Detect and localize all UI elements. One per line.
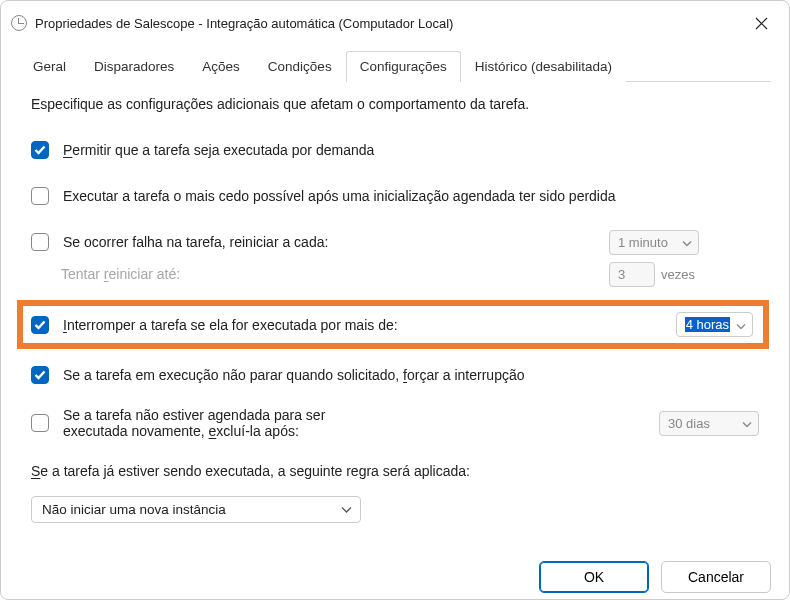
select-stop-duration[interactable]: 4 horas xyxy=(676,312,753,337)
select-already-running-rule[interactable]: Não iniciar uma nova instância xyxy=(31,496,361,523)
cancel-button[interactable]: Cancelar xyxy=(661,561,771,593)
select-delete-after: 30 dias xyxy=(659,411,759,436)
tab-historico[interactable]: Histórico (desabilitada) xyxy=(461,51,626,82)
label-force-stop: Se a tarefa em execução não parar quando… xyxy=(63,367,759,383)
row-retry-until: Tentar reiniciar até: 3 vezes xyxy=(61,260,759,288)
label-already-running: Se a tarefa já estiver sendo executada, … xyxy=(31,463,759,479)
tab-acoes[interactable]: Ações xyxy=(188,51,254,82)
select-restart-interval: 1 minuto xyxy=(609,230,699,255)
label-run-asap-missed: Executar a tarefa o mais cedo possível a… xyxy=(63,188,759,204)
label-retry-until: Tentar reiniciar até: xyxy=(61,266,595,282)
row-allow-on-demand: Permitir que a tarefa seja executada por… xyxy=(31,136,759,164)
chevron-down-icon xyxy=(736,317,746,332)
checkbox-allow-on-demand[interactable] xyxy=(31,141,49,159)
tab-bar: Geral Disparadores Ações Condições Confi… xyxy=(1,45,789,82)
label-stop-if-longer: Interromper a tarefa se ela for executad… xyxy=(63,317,662,333)
tab-disparadores[interactable]: Disparadores xyxy=(80,51,188,82)
chevron-down-icon xyxy=(742,416,752,431)
row-restart-on-fail: Se ocorrer falha na tarefa, reiniciar a … xyxy=(31,228,759,256)
input-retry-count: 3 xyxy=(609,262,655,287)
checkbox-restart-on-fail[interactable] xyxy=(31,233,49,251)
dialog-footer: OK Cancelar xyxy=(1,551,789,600)
label-restart-on-fail: Se ocorrer falha na tarefa, reiniciar a … xyxy=(63,234,595,250)
label-retry-unit: vezes xyxy=(661,267,695,282)
label-allow-on-demand: Permitir que a tarefa seja executada por… xyxy=(63,142,759,158)
checkbox-stop-if-longer[interactable] xyxy=(31,316,49,334)
tab-geral[interactable]: Geral xyxy=(19,51,80,82)
window-title: Propriedades de Salescope - Integração a… xyxy=(35,16,747,31)
checkbox-delete-if-not-scheduled[interactable] xyxy=(31,414,49,432)
row-run-asap-missed: Executar a tarefa o mais cedo possível a… xyxy=(31,182,759,210)
properties-dialog: Propriedades de Salescope - Integração a… xyxy=(0,0,790,600)
row-already-running-label: Se a tarefa já estiver sendo executada, … xyxy=(31,457,759,485)
titlebar: Propriedades de Salescope - Integração a… xyxy=(1,1,789,45)
label-delete-if-not-scheduled: Se a tarefa não estiver agendada para se… xyxy=(63,407,347,439)
chevron-down-icon xyxy=(341,502,352,517)
clock-icon xyxy=(11,15,27,31)
chevron-down-icon xyxy=(682,235,692,250)
settings-description: Especifique as configurações adicionais … xyxy=(31,96,759,112)
close-icon xyxy=(755,17,768,30)
tab-configuracoes[interactable]: Configurações xyxy=(346,51,461,82)
row-already-running-select: Não iniciar uma nova instância xyxy=(31,495,759,523)
ok-button[interactable]: OK xyxy=(539,561,649,593)
checkbox-force-stop[interactable] xyxy=(31,366,49,384)
settings-panel: Especifique as configurações adicionais … xyxy=(1,82,789,551)
row-delete-if-not-scheduled: Se a tarefa não estiver agendada para se… xyxy=(31,407,759,439)
close-button[interactable] xyxy=(747,9,775,37)
row-force-stop: Se a tarefa em execução não parar quando… xyxy=(31,361,759,389)
highlighted-row-stop-if-longer: Interromper a tarefa se ela for executad… xyxy=(17,300,769,349)
checkbox-run-asap-missed[interactable] xyxy=(31,187,49,205)
tab-condicoes[interactable]: Condições xyxy=(254,51,346,82)
